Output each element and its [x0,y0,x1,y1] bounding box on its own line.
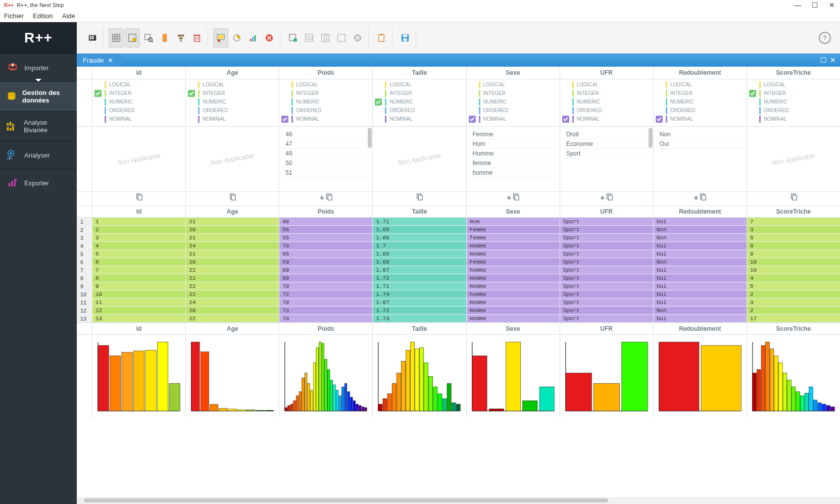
tb-trash-icon[interactable] [189,28,205,47]
type-option-numeric[interactable]: NUMERIC [562,97,651,106]
add-value-button[interactable]: + [694,193,698,202]
menu-aide[interactable]: Aide [62,12,75,20]
tb-filter-icon[interactable] [173,28,188,47]
col-header-sexe[interactable]: Sexe [466,67,560,79]
type-option-logical[interactable]: LOGICAL [375,80,464,89]
chart-taille[interactable] [375,339,464,414]
chart-redoublement[interactable] [656,339,745,414]
table-row[interactable]: 7722691.67hommeSportOui10 [77,266,840,274]
data-table-body[interactable]: 1121681.71HomSportOui72220561.65FemmeSpo… [77,218,840,323]
table-row[interactable]: 101022721.74hommeSportOui2 [77,290,840,298]
tab-close-all-icon[interactable]: ✕ [830,56,836,64]
type-option-logical[interactable]: LOGICAL [656,80,745,89]
col-header-age[interactable]: Age [185,67,279,79]
value-item[interactable]: 47 [282,139,369,149]
type-option-logical[interactable]: LOGICAL [281,80,370,89]
value-item[interactable]: 50 [282,159,369,168]
type-option-ordered[interactable]: ORDERED [749,106,838,115]
type-option-nominal[interactable]: NOMINAL [469,115,558,123]
value-item[interactable]: 51 [282,168,369,178]
type-option-ordered[interactable]: ORDERED [188,106,277,115]
type-option-numeric[interactable]: NUMERIC [94,97,183,106]
table-row[interactable]: 1121681.71HomSportOui7 [77,218,840,226]
col-header-id[interactable]: Id [92,67,185,79]
type-option-numeric[interactable]: NUMERIC [375,97,464,106]
tb-cancel-grey-icon[interactable] [350,28,365,47]
tb-grid-add-icon[interactable]: + [285,28,301,47]
chart-id[interactable] [94,339,183,414]
type-option-integer[interactable]: INTEGER [656,89,745,97]
copy-icon[interactable] [325,195,332,202]
minimize-button[interactable]: — [794,1,802,9]
copy-icon[interactable] [512,195,519,202]
copy-icon[interactable] [229,195,236,202]
sidebar-item-analyser[interactable]: Analyser [0,141,77,169]
chart-poids[interactable] [281,339,370,414]
table-row[interactable]: 2220561.65FemmeSportNon3 [77,226,840,234]
chart-sexe[interactable] [469,339,558,414]
tb-save-icon[interactable] [398,28,413,47]
type-option-nominal[interactable]: NOMINAL [749,115,838,123]
type-option-logical[interactable]: LOGICAL [94,80,183,89]
tb-column-orange-icon[interactable] [157,28,172,47]
type-option-ordered[interactable]: ORDERED [656,106,745,115]
tb-grid3-icon[interactable] [318,28,333,47]
type-option-numeric[interactable]: NUMERIC [469,97,558,106]
type-option-logical[interactable]: LOGICAL [469,80,558,89]
menu-edition[interactable]: Edition [33,12,53,20]
value-item[interactable]: Oui [657,139,744,149]
copy-icon[interactable] [790,195,797,202]
value-item[interactable]: 49 [282,149,369,159]
col-header-scoretriche[interactable]: ScoreTriche [747,67,840,79]
type-option-ordered[interactable]: ORDERED [469,106,558,115]
sidebar-item-gestion-donnees[interactable]: Gestion des données [0,81,77,111]
copy-icon[interactable] [606,195,613,202]
table-row[interactable]: 5521651.65HommeSportOui9 [77,250,840,258]
chart-age[interactable] [188,339,277,414]
type-option-integer[interactable]: INTEGER [469,89,558,97]
type-option-nominal[interactable]: NOMINAL [656,115,745,123]
value-item[interactable]: Economie [563,139,650,149]
help-button[interactable]: ? [819,32,831,44]
copy-icon[interactable] [699,195,706,202]
tb-grid-gear-icon[interactable] [125,28,140,47]
close-button[interactable]: ✕ [828,1,836,9]
type-option-nominal[interactable]: NOMINAL [281,115,370,123]
tb-grid-icon[interactable] [109,28,124,47]
table-row[interactable]: 9922701.71HommeSportOui5 [77,282,840,290]
type-option-numeric[interactable]: NUMERIC [656,97,745,106]
type-option-numeric[interactable]: NUMERIC [188,97,277,106]
type-option-nominal[interactable]: NOMINAL [562,115,651,123]
value-item[interactable]: Droit [563,130,650,139]
table-row[interactable]: 3321551.66femmeSportNon5 [77,234,840,242]
table-row[interactable]: 4424701.7HommeSportOui0 [77,242,840,250]
type-option-ordered[interactable]: ORDERED [94,106,183,115]
tab-fraude[interactable]: Fraude ✕ [77,54,119,67]
copy-icon[interactable] [135,195,142,202]
type-option-numeric[interactable]: NUMERIC [749,97,838,106]
col-header-poids[interactable]: Poids [279,67,372,79]
add-value-button[interactable]: + [507,193,511,202]
tb-home-icon[interactable] [85,28,100,47]
value-item[interactable]: Sport [563,149,650,159]
type-option-logical[interactable]: LOGICAL [749,80,838,89]
table-row[interactable]: 111124701.67HommeSportOui3 [77,298,840,307]
type-option-nominal[interactable]: NOMINAL [375,115,464,123]
add-value-button[interactable]: + [320,193,324,202]
tab-close-icon[interactable]: ✕ [108,57,113,64]
value-item[interactable]: Hom [470,139,557,149]
horizontal-scrollbar[interactable] [77,497,840,504]
add-value-button[interactable]: + [600,193,605,202]
type-option-nominal[interactable]: NOMINAL [94,115,183,123]
menu-fichier[interactable]: Fichier [4,12,24,20]
type-option-integer[interactable]: INTEGER [188,89,277,97]
maximize-button[interactable]: ☐ [811,1,819,9]
chart-ufr[interactable] [562,339,651,414]
sidebar-item-exporter[interactable]: Exporter [0,169,77,196]
scrollbar-thumb[interactable] [649,128,653,148]
tb-grid4-icon[interactable] [334,28,349,47]
value-item[interactable]: 46 [282,130,369,139]
table-row[interactable]: 131322701.73HommeSportOui17 [77,315,840,323]
tb-barchart-icon[interactable] [245,28,261,47]
table-row[interactable]: 8821691.72HommeSportOui4 [77,274,840,282]
